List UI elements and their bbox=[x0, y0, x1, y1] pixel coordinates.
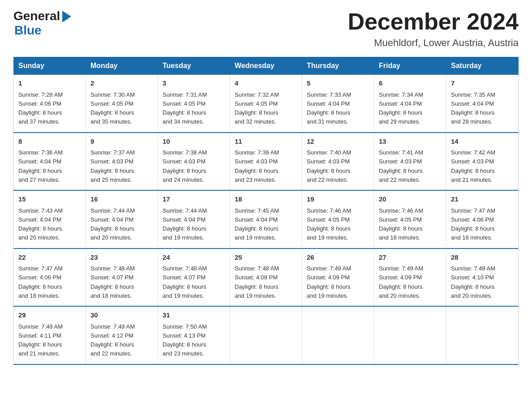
calendar-cell: 14 Sunrise: 7:42 AMSunset: 4:03 PMDaylig… bbox=[446, 133, 519, 191]
day-number: 5 bbox=[307, 78, 369, 89]
day-info: Sunrise: 7:37 AMSunset: 4:03 PMDaylight:… bbox=[90, 149, 135, 183]
header-day-wednesday: Wednesday bbox=[230, 57, 302, 75]
day-number: 22 bbox=[18, 253, 81, 263]
day-number: 25 bbox=[235, 253, 297, 263]
day-number: 28 bbox=[451, 253, 514, 263]
day-number: 11 bbox=[235, 137, 297, 147]
calendar-cell: 16 Sunrise: 7:44 AMSunset: 4:04 PMDaylig… bbox=[86, 190, 158, 248]
header-day-tuesday: Tuesday bbox=[158, 57, 230, 75]
calendar-week-row: 8 Sunrise: 7:36 AMSunset: 4:04 PMDayligh… bbox=[14, 133, 519, 191]
day-number: 8 bbox=[18, 137, 81, 147]
day-number: 3 bbox=[163, 78, 225, 89]
calendar-title: December 2024 bbox=[348, 9, 519, 34]
calendar-week-row: 29 Sunrise: 7:49 AMSunset: 4:11 PMDaylig… bbox=[14, 306, 519, 364]
calendar-cell bbox=[230, 306, 302, 364]
calendar-cell: 2 Sunrise: 7:30 AMSunset: 4:05 PMDayligh… bbox=[86, 75, 158, 133]
calendar-cell: 11 Sunrise: 7:39 AMSunset: 4:03 PMDaylig… bbox=[230, 133, 302, 191]
day-number: 4 bbox=[235, 78, 297, 89]
calendar-cell: 5 Sunrise: 7:33 AMSunset: 4:04 PMDayligh… bbox=[302, 75, 374, 133]
day-number: 23 bbox=[90, 253, 153, 263]
day-number: 17 bbox=[163, 194, 225, 205]
calendar-cell: 9 Sunrise: 7:37 AMSunset: 4:03 PMDayligh… bbox=[86, 133, 158, 191]
day-info: Sunrise: 7:47 AMSunset: 4:06 PMDaylight:… bbox=[451, 207, 495, 241]
day-number: 29 bbox=[18, 310, 81, 321]
day-number: 12 bbox=[307, 137, 369, 147]
header-day-friday: Friday bbox=[374, 57, 446, 75]
calendar-table: SundayMondayTuesdayWednesdayThursdayFrid… bbox=[13, 57, 519, 365]
day-info: Sunrise: 7:32 AMSunset: 4:05 PMDaylight:… bbox=[235, 91, 279, 125]
day-info: Sunrise: 7:39 AMSunset: 4:03 PMDaylight:… bbox=[235, 149, 279, 183]
day-info: Sunrise: 7:45 AMSunset: 4:04 PMDaylight:… bbox=[235, 207, 279, 241]
calendar-cell: 26 Sunrise: 7:49 AMSunset: 4:09 PMDaylig… bbox=[302, 248, 374, 307]
calendar-cell: 31 Sunrise: 7:50 AMSunset: 4:13 PMDaylig… bbox=[158, 306, 230, 364]
calendar-week-row: 15 Sunrise: 7:43 AMSunset: 4:04 PMDaylig… bbox=[14, 190, 519, 248]
day-info: Sunrise: 7:49 AMSunset: 4:10 PMDaylight:… bbox=[451, 265, 495, 299]
day-number: 1 bbox=[18, 78, 81, 89]
title-area: December 2024 Muehldorf, Lower Austria, … bbox=[348, 9, 519, 49]
day-info: Sunrise: 7:42 AMSunset: 4:03 PMDaylight:… bbox=[451, 149, 495, 183]
calendar-cell: 10 Sunrise: 7:38 AMSunset: 4:03 PMDaylig… bbox=[158, 133, 230, 191]
day-info: Sunrise: 7:49 AMSunset: 4:11 PMDaylight:… bbox=[18, 323, 63, 357]
day-number: 14 bbox=[451, 137, 514, 147]
calendar-cell: 30 Sunrise: 7:49 AMSunset: 4:12 PMDaylig… bbox=[86, 306, 158, 364]
day-number: 26 bbox=[307, 253, 369, 263]
calendar-cell: 13 Sunrise: 7:41 AMSunset: 4:03 PMDaylig… bbox=[374, 133, 446, 191]
day-number: 19 bbox=[307, 194, 369, 205]
calendar-cell: 17 Sunrise: 7:44 AMSunset: 4:04 PMDaylig… bbox=[158, 190, 230, 248]
day-info: Sunrise: 7:35 AMSunset: 4:04 PMDaylight:… bbox=[451, 91, 495, 125]
day-info: Sunrise: 7:34 AMSunset: 4:04 PMDaylight:… bbox=[379, 91, 423, 125]
calendar-cell: 20 Sunrise: 7:46 AMSunset: 4:05 PMDaylig… bbox=[374, 190, 446, 248]
day-info: Sunrise: 7:40 AMSunset: 4:03 PMDaylight:… bbox=[307, 149, 351, 183]
day-number: 10 bbox=[163, 137, 225, 147]
header-day-saturday: Saturday bbox=[446, 57, 519, 75]
calendar-subtitle: Muehldorf, Lower Austria, Austria bbox=[348, 37, 519, 49]
page-header: General Blue December 2024 Muehldorf, Lo… bbox=[13, 9, 519, 49]
calendar-cell: 4 Sunrise: 7:32 AMSunset: 4:05 PMDayligh… bbox=[230, 75, 302, 133]
day-info: Sunrise: 7:49 AMSunset: 4:09 PMDaylight:… bbox=[379, 265, 423, 299]
day-info: Sunrise: 7:44 AMSunset: 4:04 PMDaylight:… bbox=[163, 207, 207, 241]
day-number: 18 bbox=[235, 194, 297, 205]
day-number: 31 bbox=[163, 310, 225, 321]
calendar-cell: 7 Sunrise: 7:35 AMSunset: 4:04 PMDayligh… bbox=[446, 75, 519, 133]
day-number: 7 bbox=[451, 78, 514, 89]
logo: General Blue bbox=[13, 9, 71, 38]
day-number: 2 bbox=[90, 78, 153, 89]
day-number: 30 bbox=[90, 310, 153, 321]
day-number: 13 bbox=[379, 137, 442, 147]
day-number: 15 bbox=[18, 194, 81, 205]
day-info: Sunrise: 7:30 AMSunset: 4:05 PMDaylight:… bbox=[90, 91, 135, 125]
calendar-cell: 21 Sunrise: 7:47 AMSunset: 4:06 PMDaylig… bbox=[446, 190, 519, 248]
day-number: 24 bbox=[163, 253, 225, 263]
calendar-cell: 29 Sunrise: 7:49 AMSunset: 4:11 PMDaylig… bbox=[14, 306, 86, 364]
calendar-cell: 27 Sunrise: 7:49 AMSunset: 4:09 PMDaylig… bbox=[374, 248, 446, 307]
calendar-cell bbox=[374, 306, 446, 364]
day-number: 27 bbox=[379, 253, 442, 263]
day-info: Sunrise: 7:43 AMSunset: 4:04 PMDaylight:… bbox=[18, 207, 63, 241]
day-info: Sunrise: 7:48 AMSunset: 4:08 PMDaylight:… bbox=[235, 265, 279, 299]
calendar-cell: 19 Sunrise: 7:46 AMSunset: 4:05 PMDaylig… bbox=[302, 190, 374, 248]
logo-blue-text: Blue bbox=[14, 23, 42, 38]
day-number: 21 bbox=[451, 194, 514, 205]
logo-arrow-icon bbox=[62, 11, 71, 22]
calendar-cell: 3 Sunrise: 7:31 AMSunset: 4:05 PMDayligh… bbox=[158, 75, 230, 133]
calendar-cell: 23 Sunrise: 7:48 AMSunset: 4:07 PMDaylig… bbox=[86, 248, 158, 307]
day-info: Sunrise: 7:49 AMSunset: 4:12 PMDaylight:… bbox=[90, 323, 135, 357]
calendar-week-row: 22 Sunrise: 7:47 AMSunset: 4:06 PMDaylig… bbox=[14, 248, 519, 307]
calendar-cell: 1 Sunrise: 7:28 AMSunset: 4:06 PMDayligh… bbox=[14, 75, 86, 133]
day-info: Sunrise: 7:46 AMSunset: 4:05 PMDaylight:… bbox=[307, 207, 351, 241]
calendar-cell: 8 Sunrise: 7:36 AMSunset: 4:04 PMDayligh… bbox=[14, 133, 86, 191]
calendar-cell: 28 Sunrise: 7:49 AMSunset: 4:10 PMDaylig… bbox=[446, 248, 519, 307]
header-day-monday: Monday bbox=[86, 57, 158, 75]
day-info: Sunrise: 7:50 AMSunset: 4:13 PMDaylight:… bbox=[163, 323, 207, 357]
calendar-cell: 22 Sunrise: 7:47 AMSunset: 4:06 PMDaylig… bbox=[14, 248, 86, 307]
day-info: Sunrise: 7:33 AMSunset: 4:04 PMDaylight:… bbox=[307, 91, 351, 125]
calendar-cell: 25 Sunrise: 7:48 AMSunset: 4:08 PMDaylig… bbox=[230, 248, 302, 307]
day-info: Sunrise: 7:28 AMSunset: 4:06 PMDaylight:… bbox=[18, 91, 63, 125]
logo-general-text: General bbox=[13, 9, 60, 23]
calendar-cell: 24 Sunrise: 7:48 AMSunset: 4:07 PMDaylig… bbox=[158, 248, 230, 307]
day-info: Sunrise: 7:49 AMSunset: 4:09 PMDaylight:… bbox=[307, 265, 351, 299]
day-number: 20 bbox=[379, 194, 442, 205]
day-number: 16 bbox=[90, 194, 153, 205]
day-info: Sunrise: 7:36 AMSunset: 4:04 PMDaylight:… bbox=[18, 149, 63, 183]
calendar-cell: 6 Sunrise: 7:34 AMSunset: 4:04 PMDayligh… bbox=[374, 75, 446, 133]
